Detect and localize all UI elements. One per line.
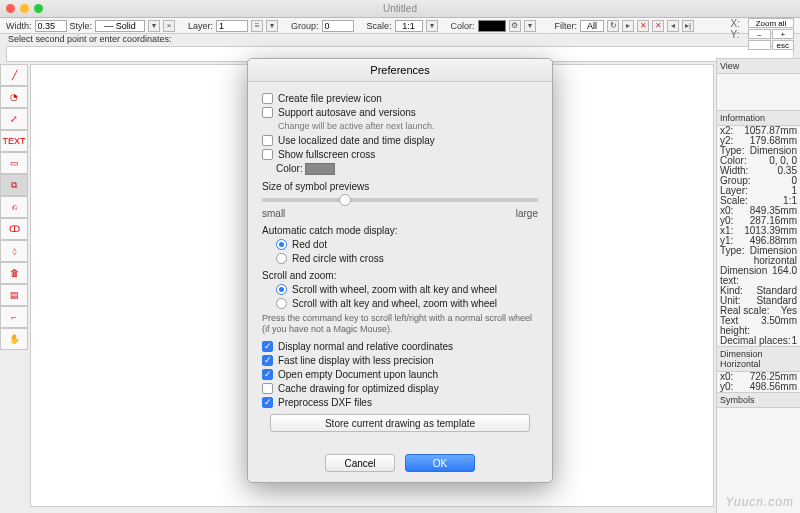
autosave-note: Change will be active after next launch. — [278, 121, 538, 131]
cross-color-swatch[interactable] — [305, 163, 335, 175]
pref-autosave[interactable]: Support autosave and versions — [262, 107, 538, 118]
ok-button[interactable]: OK — [405, 454, 475, 472]
scroll-note: Press the command key to scroll left/rig… — [262, 313, 538, 335]
dialog-title: Preferences — [248, 59, 552, 82]
pref-localized-date[interactable]: Use localized date and time display — [262, 135, 538, 146]
auto-catch-label: Automatic catch mode display: — [262, 225, 538, 236]
pref-fullscreen-cross[interactable]: Show fullscreen cross — [262, 149, 538, 160]
radio-scroll-alt[interactable]: Scroll with alt key and wheel, zoom with… — [276, 298, 538, 309]
radio-scroll-wheel[interactable]: Scroll with wheel, zoom with alt key and… — [276, 284, 538, 295]
cross-color-label: Color: — [276, 163, 303, 174]
size-label: Size of symbol previews — [262, 181, 538, 192]
pref-preview-icon[interactable]: Create file preview icon — [262, 93, 538, 104]
preview-size-slider[interactable] — [262, 198, 538, 202]
pref-coords[interactable]: Display normal and relative coordinates — [262, 341, 538, 352]
slider-knob[interactable] — [339, 194, 351, 206]
modal-backdrop: Preferences Create file preview icon Sup… — [0, 0, 800, 513]
radio-red-dot[interactable]: Red dot — [276, 239, 538, 250]
cross-color-row: Color: — [276, 163, 538, 175]
store-template-button[interactable]: Store current drawing as template — [270, 414, 530, 432]
small-label: small — [262, 208, 285, 219]
scroll-zoom-label: Scroll and zoom: — [262, 270, 538, 281]
cancel-button[interactable]: Cancel — [325, 454, 395, 472]
pref-cache[interactable]: Cache drawing for optimized display — [262, 383, 538, 394]
pref-open-empty[interactable]: Open empty Document upon launch — [262, 369, 538, 380]
pref-dxf[interactable]: Preprocess DXF files — [262, 397, 538, 408]
large-label: large — [516, 208, 538, 219]
preferences-dialog: Preferences Create file preview icon Sup… — [247, 58, 553, 483]
pref-fastline[interactable]: Fast line display with less precision — [262, 355, 538, 366]
radio-red-circle[interactable]: Red circle with cross — [276, 253, 538, 264]
